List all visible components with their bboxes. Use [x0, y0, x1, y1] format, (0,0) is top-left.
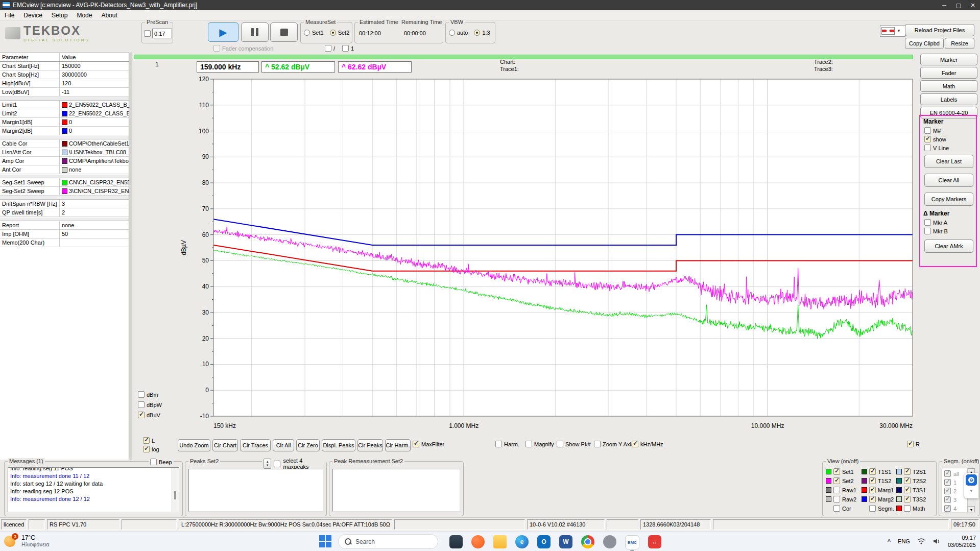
reload-project-files-button[interactable]: Reload Project Files [905, 24, 974, 36]
view-t1s1-checkbox[interactable] [869, 468, 876, 475]
fader-compensation-checkbox[interactable] [213, 45, 220, 52]
view-set1-checkbox[interactable] [833, 468, 840, 475]
beep-checkbox[interactable] [150, 459, 157, 465]
side-tab-math[interactable]: Math [920, 80, 977, 92]
view-set2-checkbox[interactable] [833, 477, 840, 484]
view-segm--checkbox[interactable] [869, 505, 876, 512]
param-row-3[interactable]: Low[dBuV]-11 [0, 88, 129, 97]
undo-zoom-button[interactable]: Undo Zoom [178, 439, 210, 451]
view-t1s2-checkbox[interactable] [869, 477, 876, 484]
spectrum-chart[interactable]: -100102030405060708090100110120dBµV150 k… [173, 77, 918, 434]
clear-last-button[interactable]: Clear Last [924, 155, 973, 168]
prescan-input[interactable]: 0.17 [152, 29, 172, 38]
pause-button[interactable] [241, 22, 269, 42]
view-cor-checkbox[interactable] [833, 505, 840, 512]
display-icon[interactable] [449, 535, 463, 548]
menu-about[interactable]: About [97, 10, 122, 20]
param-row-6[interactable]: Margin1[dB]0 [0, 118, 129, 127]
teamviewer-popout[interactable]: ⊖ ▼ [964, 473, 978, 498]
stop-button[interactable] [270, 22, 298, 42]
view-math-checkbox[interactable] [904, 505, 911, 512]
resize-button[interactable]: Resize [945, 38, 974, 49]
word-icon[interactable]: W [559, 535, 572, 548]
mini-checkbox-2[interactable] [342, 45, 349, 52]
side-tab-labels[interactable]: Labels [920, 93, 977, 105]
teamviewer-icon[interactable]: ↔ [648, 535, 661, 548]
param-row-15[interactable]: QP dwell time[s]2 [0, 208, 129, 217]
peaks-list[interactable] [188, 469, 323, 512]
view-t3s1-checkbox[interactable] [904, 487, 911, 493]
close-button[interactable]: ✕ [966, 0, 980, 10]
view-t2s1-checkbox[interactable] [904, 468, 911, 475]
emcview-icon[interactable]: EMC [625, 535, 639, 549]
axis-log-checkbox[interactable] [143, 446, 150, 452]
param-row-13[interactable]: Seg-Set2 Sweep3\CN\CN_CISPR32_EN55032_PK… [0, 187, 129, 196]
messages-list[interactable]: Info: reading seg 11 POSInfo: measuremen… [8, 467, 179, 512]
menu-setup[interactable]: Setup [47, 10, 72, 20]
view-marg2-checkbox[interactable] [869, 496, 876, 502]
clr-harm--button[interactable]: Clr Harm. [385, 439, 411, 451]
delta-mkr-b-checkbox[interactable] [924, 228, 931, 234]
play-button[interactable]: ▶ [208, 22, 238, 42]
clear-all-button[interactable]: Clear All [924, 174, 973, 187]
marker-show-checkbox[interactable] [924, 136, 931, 142]
axis-l-checkbox[interactable] [143, 437, 150, 444]
scroll-down-icon[interactable]: ▼ [968, 506, 975, 513]
unit-dbpw-checkbox[interactable] [138, 401, 145, 408]
segm-4-checkbox[interactable] [944, 505, 951, 512]
side-tab-fader[interactable]: Fader [920, 67, 977, 79]
delta-mkr-a-checkbox[interactable] [924, 219, 931, 226]
start-button[interactable] [319, 535, 331, 547]
edge-icon[interactable]: e [515, 535, 529, 548]
side-tab-marker[interactable]: Marker [920, 54, 977, 65]
view-t3s2-checkbox[interactable] [904, 496, 911, 502]
language-indicator[interactable]: ENG [898, 538, 910, 544]
param-row-7[interactable]: Margin2[dB]0 [0, 127, 129, 135]
clr-traces-button[interactable]: Clr Traces [240, 439, 271, 451]
maxpeaks-checkbox[interactable] [274, 461, 280, 467]
segm-2-checkbox[interactable] [944, 488, 951, 494]
marker-trace1-readout[interactable]: ^ 52.62 dBµV [261, 61, 335, 73]
clr-peaks-button[interactable]: Clr Peaks [357, 439, 383, 451]
messages-scrollbar[interactable] [172, 468, 179, 512]
view-marg1-checkbox[interactable] [869, 487, 876, 493]
param-row-16[interactable]: Reportnone [0, 221, 129, 230]
param-row-12[interactable]: Seg-Set1 SweepCN\CN_CISPR32_EN55032_AVG.… [0, 178, 129, 187]
marker-m--checkbox[interactable] [924, 127, 931, 134]
explorer-icon[interactable] [493, 535, 507, 548]
view-raw1-checkbox[interactable] [833, 487, 840, 493]
param-row-18[interactable]: Memo(200 Char) [0, 238, 129, 247]
axis-r-checkbox[interactable] [907, 441, 914, 447]
param-row-2[interactable]: High[dBuV]120 [0, 79, 129, 88]
menu-device[interactable]: Device [19, 10, 47, 20]
mini-checkbox-1[interactable] [325, 45, 331, 52]
language-dropdown[interactable]: ▼ [880, 25, 905, 37]
clr-zero-button[interactable]: Clr Zero [296, 439, 320, 451]
opt-maxfilter-checkbox[interactable] [413, 441, 419, 447]
clear-delta-marker-button[interactable]: Clear ΔMrk [924, 239, 973, 253]
marker-v-line-checkbox[interactable] [924, 145, 931, 151]
scrollbar-thumb[interactable] [174, 491, 176, 499]
clr-all-button[interactable]: Clr All [273, 439, 294, 451]
copy-clipbd-button[interactable]: Copy Clipbd [905, 38, 944, 49]
param-row-4[interactable]: Limit12_EN55022_CLASS_B_Mains_AVG.lim [0, 101, 129, 109]
displ-peaks-button[interactable]: Displ. Peaks [322, 439, 355, 451]
param-row-0[interactable]: Chart Start[Hz]150000 [0, 62, 129, 70]
unit-dbuv-checkbox[interactable] [138, 412, 145, 418]
param-row-1[interactable]: Chart Stop[Hz]30000000 [0, 70, 129, 79]
menu-file[interactable]: File [0, 10, 19, 20]
marker-frequency-readout[interactable]: 159.000 kHz [197, 61, 259, 73]
clr-chart-button[interactable]: Clr Chart [212, 439, 238, 451]
brave-icon[interactable] [471, 535, 485, 548]
vbw-auto-radio[interactable] [449, 30, 455, 36]
chrome-icon[interactable] [581, 535, 594, 548]
marker-trace2-readout[interactable]: ^ 62.62 dBµV [338, 61, 412, 73]
opt-show-pk--checkbox[interactable] [557, 441, 563, 447]
opt-magnify-checkbox[interactable] [525, 441, 532, 447]
menu-mode[interactable]: Mode [72, 10, 97, 20]
param-row-9[interactable]: Lisn/Att Cor\LISN\Tekbox_TBLC08_ATT_OFF.… [0, 148, 129, 157]
maxpeaks-stepper[interactable]: ▲▼ [264, 459, 271, 469]
copy-markers-button[interactable]: Copy Markers [924, 193, 973, 206]
network-icon[interactable] [917, 537, 925, 545]
measureset-set1-radio[interactable] [304, 30, 310, 36]
